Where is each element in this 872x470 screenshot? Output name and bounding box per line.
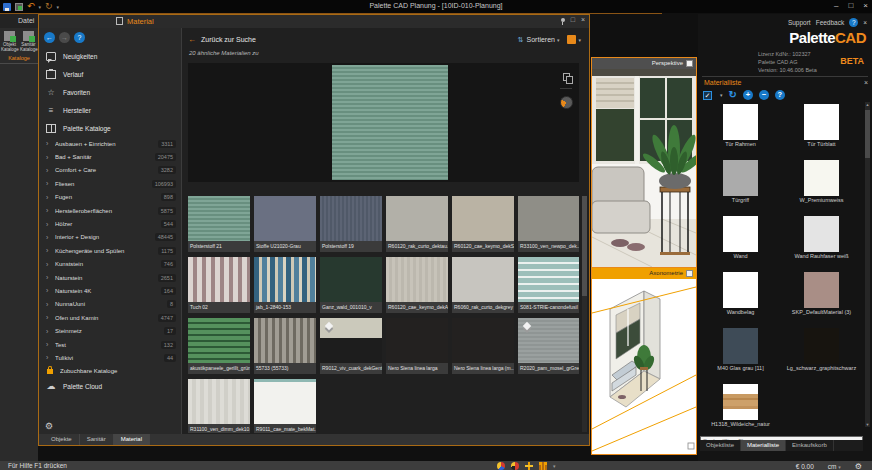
catalog-item[interactable]: › Test 132 xyxy=(39,338,181,351)
sidebar-item[interactable]: ≡Hersteller xyxy=(39,101,181,119)
chevron-right-icon[interactable]: › xyxy=(46,140,55,147)
help-icon[interactable]: ? xyxy=(74,32,85,43)
locked-catalogs-item[interactable]: Zubuchbare Kataloge xyxy=(39,365,181,378)
sidebar-item[interactable]: Palette Kataloge xyxy=(39,119,181,137)
sidebar-item[interactable]: Neuigkeiten xyxy=(39,47,181,65)
material-list-item[interactable]: Tür Türblatt xyxy=(781,102,862,158)
minimize-button[interactable]: – xyxy=(834,1,838,10)
chevron-right-icon[interactable]: › xyxy=(46,247,55,254)
material-dialog-titlebar[interactable]: Material □ × xyxy=(39,15,589,28)
catalog-item[interactable]: › Herstelleroberflächen 5875 xyxy=(39,204,181,217)
add-icon[interactable]: + xyxy=(743,90,753,100)
material-tile[interactable]: Polsterstoff 19 xyxy=(320,196,382,252)
material-tile[interactable]: R2020_pam_mosel_grGre... xyxy=(518,318,579,374)
chevron-right-icon[interactable]: › xyxy=(46,301,55,308)
chevron-right-icon[interactable]: › xyxy=(46,154,55,161)
objekt-kataloge-button[interactable]: Objekt Kataloge xyxy=(1,30,18,52)
material-tile[interactable]: R9012_viv_cuark_dekGent... xyxy=(320,318,382,374)
panel-tab-materialliste[interactable]: Materialliste xyxy=(741,440,786,451)
material-list-scrollbar-thumb[interactable] xyxy=(865,110,870,158)
catalog-item[interactable]: › Steinmetz 17 xyxy=(39,324,181,337)
material-tile[interactable]: R9011_cae_mate_bekMat... xyxy=(254,379,316,433)
catalog-item[interactable]: › Fugen 898 xyxy=(39,191,181,204)
dialog-close-button[interactable]: × xyxy=(581,16,585,23)
panel-tab-objektliste[interactable]: Objektliste xyxy=(700,440,741,451)
back-to-search-button[interactable]: Zurück zur Suche xyxy=(201,36,256,43)
support-link[interactable]: Support xyxy=(788,19,811,26)
chevron-right-icon[interactable]: › xyxy=(46,180,55,187)
catalog-item[interactable]: › Kunststein 746 xyxy=(39,258,181,271)
catalog-item[interactable]: › Interior + Design 48445 xyxy=(39,231,181,244)
help-icon[interactable]: ? xyxy=(849,18,858,27)
grid-icon[interactable] xyxy=(539,462,547,470)
select-checkbox-icon[interactable]: ✓ xyxy=(703,91,712,100)
grid-scrollbar-thumb[interactable] xyxy=(582,196,587,296)
material-tile[interactable]: Ganz_wald_001010_v xyxy=(320,257,382,313)
view-mode-button[interactable] xyxy=(567,35,576,44)
materialliste-close-icon[interactable]: × xyxy=(864,79,868,86)
sort-button[interactable]: Sortieren xyxy=(527,36,555,43)
material-tile[interactable]: R60120_rak_curto_dektau... xyxy=(386,196,448,252)
chevron-right-icon[interactable]: › xyxy=(46,234,55,241)
sphere-view-icon[interactable] xyxy=(560,96,573,109)
material-tile[interactable]: 55733 (55733) xyxy=(254,318,316,374)
palette-cloud-item[interactable]: ☁ Palette Cloud xyxy=(39,378,181,394)
chevron-right-icon[interactable]: › xyxy=(46,207,55,214)
material-list-item[interactable]: Türgriff xyxy=(700,158,781,214)
chevron-right-icon[interactable]: › xyxy=(46,341,55,348)
dialog-tab-objekte[interactable]: Objekte xyxy=(44,434,80,445)
scroll-up-icon[interactable]: ▲ xyxy=(865,102,870,107)
material-list-item[interactable]: W_Premiumweiss xyxy=(781,158,862,214)
material-list-item[interactable]: H1318_Wildeiche_natur xyxy=(700,382,781,427)
plus-icon[interactable] xyxy=(525,462,533,470)
material-list-item[interactable]: Tür Rahmen xyxy=(700,102,781,158)
grid-caret-icon[interactable]: ▾ xyxy=(553,463,556,469)
settings-gear-icon[interactable]: ⚙ xyxy=(855,462,862,470)
catalog-item[interactable]: › Tulikivi 44 xyxy=(39,351,181,364)
catalog-item[interactable]: › Naturstein 4K 164 xyxy=(39,284,181,297)
dialog-tab-sanitär[interactable]: Sanitär xyxy=(80,434,114,445)
perspective-header[interactable]: Perspektive xyxy=(592,58,696,69)
unit-select[interactable]: cm ▾ xyxy=(828,463,841,470)
chevron-right-icon[interactable]: › xyxy=(46,261,55,268)
chevron-right-icon[interactable]: › xyxy=(46,354,55,361)
view-mode-caret-icon[interactable]: ▾ xyxy=(578,37,581,43)
material-list-item[interactable]: M40 Glas grau [11] xyxy=(700,326,781,382)
material-list-item[interactable]: Wand Rauhfaser weiß xyxy=(781,214,862,270)
material-tile[interactable]: R33100_ven_newpo_dek... xyxy=(518,196,579,252)
feedback-link[interactable]: Feedback xyxy=(816,19,845,26)
panel-close-icon[interactable]: × xyxy=(863,19,867,26)
material-tile[interactable]: R6060_rak_curto_dekgrey xyxy=(452,257,514,313)
axonometry-header[interactable]: Axonometrie xyxy=(592,268,696,279)
material-tile[interactable]: R60120_cae_keymo_dekS... xyxy=(452,196,514,252)
material-tile[interactable]: Tuch 02 xyxy=(188,257,250,313)
material-tile[interactable]: Stoffe U21020-Grau xyxy=(254,196,316,252)
viewport-toggle-icon[interactable] xyxy=(686,60,693,67)
close-button[interactable]: × xyxy=(863,1,868,10)
settings-gear-icon[interactable]: ⚙ xyxy=(45,421,53,431)
material-list-item[interactable]: Wandbelag xyxy=(700,270,781,326)
chevron-right-icon[interactable]: › xyxy=(46,274,55,281)
material-tile[interactable]: R60120_cae_keymo_dekA... xyxy=(386,257,448,313)
panel-tab-einkaufskorb[interactable]: Einkaufskorb xyxy=(786,440,834,451)
catalog-item[interactable]: › Küchengeräte und Spülen 1175 xyxy=(39,244,181,257)
pin-icon[interactable] xyxy=(561,18,565,22)
checkbox-caret-icon[interactable]: ▾ xyxy=(720,92,723,98)
back-icon[interactable]: ← xyxy=(44,32,55,43)
material-list-scrollbar[interactable]: ▲ ▼ xyxy=(865,102,870,427)
chevron-right-icon[interactable]: › xyxy=(46,287,55,294)
material-list-item[interactable]: SKP_DefaultMaterial (3) xyxy=(781,270,862,326)
sort-caret-icon[interactable]: ▾ xyxy=(557,37,560,43)
material-list-item[interactable]: Wand xyxy=(700,214,781,270)
grid-scrollbar[interactable] xyxy=(582,196,587,432)
panel-help-icon[interactable]: ? xyxy=(775,90,785,100)
sanitaer-kataloge-button[interactable]: Sanitär Kataloge xyxy=(20,30,37,52)
catalog-item[interactable]: › Naturstein 2651 xyxy=(39,271,181,284)
material-tile[interactable]: Polsterstoff 21 xyxy=(188,196,250,252)
axonometry-viewport[interactable]: Axonometrie xyxy=(591,268,697,455)
pie-chart-icon[interactable] xyxy=(497,462,505,470)
chevron-right-icon[interactable]: › xyxy=(46,328,55,335)
remove-icon[interactable]: − xyxy=(759,90,769,100)
catalog-item[interactable]: › Fliesen 106993 xyxy=(39,177,181,190)
catalog-item[interactable]: › Ausbauen + Einrichten 3311 xyxy=(39,137,181,150)
